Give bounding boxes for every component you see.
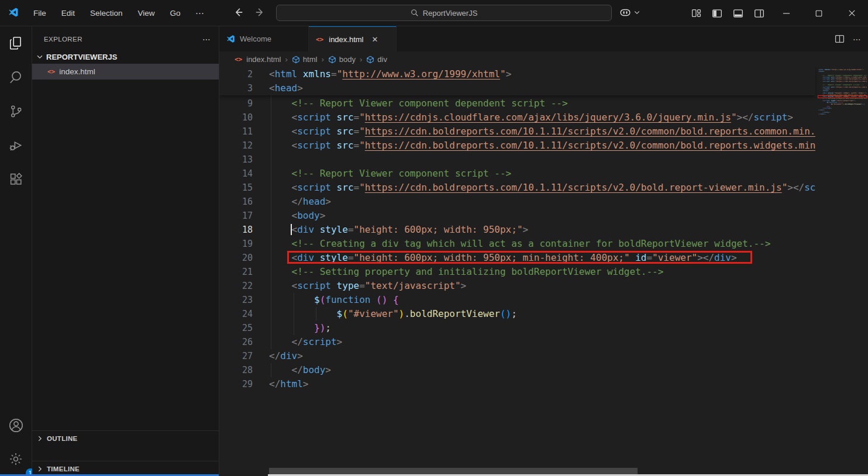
- explorer-icon[interactable]: [0, 26, 32, 60]
- symbol-cube-icon: [328, 56, 336, 64]
- code-line-21[interactable]: 21<!-- Setting property and initializing…: [219, 265, 815, 279]
- symbol-cube-icon: [292, 56, 300, 64]
- explorer-title: EXPLORER: [44, 36, 82, 43]
- line-number: 13: [219, 153, 253, 167]
- breadcrumb-separator: ›: [360, 55, 362, 64]
- code-line-24[interactable]: 24$("#viewer").boldReportViewer();: [219, 307, 815, 321]
- html-file-icon: <>: [47, 68, 55, 75]
- forward-arrow-icon[interactable]: [254, 6, 266, 18]
- menu-view[interactable]: View: [130, 0, 163, 26]
- accounts-icon[interactable]: [0, 408, 32, 442]
- code-editor[interactable]: 89<!-- Report Viewer component dependent…: [219, 67, 868, 476]
- breadcrumb-file[interactable]: <> index.html: [235, 55, 281, 64]
- minimize-icon[interactable]: [770, 0, 802, 26]
- split-editor-icon[interactable]: [835, 34, 845, 44]
- sticky-scroll[interactable]: 2<html xmlns="http://www.w3.org/1999/xht…: [219, 67, 815, 95]
- code-line-9[interactable]: 9<!-- Report Viewer component dependent …: [219, 96, 815, 111]
- code-line-19[interactable]: 19<!-- Creating a div tag which will act…: [219, 237, 815, 251]
- minimap-line: <html xmlns="http://www.w3.org/1999/xhtm…: [818, 69, 867, 71]
- line-number: 26: [219, 335, 253, 349]
- copilot-icon[interactable]: [619, 6, 640, 19]
- customize-layout-icon[interactable]: [686, 0, 707, 26]
- line-number: 9: [219, 96, 253, 111]
- chevron-down-icon: [36, 53, 44, 61]
- line-number: 16: [219, 195, 253, 209]
- search-placeholder: ReportViewerJS: [423, 9, 478, 18]
- line-number: 25: [219, 321, 253, 335]
- code-line-23[interactable]: 23$(function () {: [219, 293, 815, 307]
- line-number: 27: [219, 349, 253, 363]
- toggle-primary-sidebar-icon[interactable]: [707, 0, 728, 26]
- code-line-18[interactable]: 18<div style="height: 600px; width: 950p…: [219, 223, 815, 237]
- code-line-17[interactable]: 17<body>: [219, 209, 815, 223]
- close-icon[interactable]: [835, 0, 868, 26]
- menu-selection[interactable]: Selection: [82, 0, 130, 26]
- folder-reportviewerjs[interactable]: REPORTVIEWERJS: [32, 50, 219, 64]
- more-actions-icon[interactable]: ⋯: [853, 35, 862, 44]
- line-number: 28: [219, 363, 253, 377]
- breadcrumb-separator: ›: [321, 55, 323, 64]
- code-line-22[interactable]: 22<script type="text/javascript">: [219, 279, 815, 293]
- code-line-20[interactable]: 20<div style="height: 600px; width: 950p…: [219, 251, 815, 265]
- chevron-right-icon: [36, 465, 44, 473]
- editor-group: Welcome <> index.html ✕ ⋯ <> index.html …: [219, 26, 868, 476]
- line-number: 2: [219, 67, 253, 81]
- html-file-icon: <>: [316, 36, 323, 43]
- line-number: 29: [219, 377, 253, 391]
- line-number: 12: [219, 139, 253, 153]
- breadcrumb-div[interactable]: div: [366, 55, 387, 64]
- menu-edit[interactable]: Edit: [54, 0, 82, 26]
- explorer-more-actions-icon[interactable]: ⋯: [202, 35, 212, 44]
- code-lines[interactable]: 89<!-- Report Viewer component dependent…: [219, 89, 815, 476]
- tab-index-html[interactable]: <> index.html ✕: [309, 26, 397, 51]
- back-arrow-icon[interactable]: [233, 6, 244, 18]
- explorer-sidebar: EXPLORER ⋯ REPORTVIEWERJS <> index.html …: [32, 26, 219, 476]
- outline-section[interactable]: OUTLINE: [32, 430, 219, 446]
- line-number: 3: [219, 81, 253, 95]
- maximize-icon[interactable]: [802, 0, 835, 26]
- code-line-3[interactable]: 3<head>: [219, 81, 815, 95]
- file-index-html[interactable]: <> index.html: [32, 64, 219, 80]
- tab-welcome[interactable]: Welcome: [219, 26, 309, 51]
- breadcrumb-html[interactable]: html: [292, 55, 318, 64]
- menu-more-icon[interactable]: ⋯: [188, 8, 212, 19]
- search-sidebar-icon[interactable]: [0, 60, 32, 94]
- line-number: 21: [219, 265, 253, 279]
- breadcrumb-separator: ›: [285, 55, 288, 64]
- settings-gear-icon[interactable]: 1: [0, 442, 32, 476]
- line-number: 11: [219, 125, 253, 139]
- code-line-16[interactable]: 16</head>: [219, 195, 815, 209]
- title-bar: File Edit Selection View Go ⋯ ReportView…: [0, 0, 868, 26]
- line-number: 10: [219, 111, 253, 125]
- chevron-down-icon: [633, 9, 640, 16]
- code-line-11[interactable]: 11<script src="https://cdn.boldreports.c…: [219, 125, 815, 139]
- title-bar-controls: [686, 0, 868, 26]
- extensions-icon[interactable]: [0, 162, 32, 196]
- code-line-15[interactable]: 15<script src="https://cdn.boldreports.c…: [219, 181, 815, 195]
- breadcrumb-body[interactable]: body: [328, 55, 356, 64]
- code-line-2[interactable]: 2<html xmlns="http://www.w3.org/1999/xht…: [219, 67, 815, 81]
- minimap[interactable]: <html xmlns="http://www.w3.org/1999/xhtm…: [815, 67, 868, 476]
- toggle-panel-icon[interactable]: [728, 0, 749, 26]
- line-number: 23: [219, 293, 253, 307]
- code-line-10[interactable]: 10<script src="https://cdnjs.cloudflare.…: [219, 111, 815, 125]
- code-line-25[interactable]: 25});: [219, 321, 815, 335]
- toggle-secondary-sidebar-icon[interactable]: [749, 0, 770, 26]
- line-number: 15: [219, 181, 253, 195]
- code-line-27[interactable]: 27</div>: [219, 349, 815, 363]
- line-number: 17: [219, 209, 253, 223]
- command-center-search[interactable]: ReportViewerJS: [276, 5, 612, 21]
- code-line-12[interactable]: 12<script src="https://cdn.boldreports.c…: [219, 139, 815, 153]
- activity-bar: 1: [0, 26, 32, 476]
- code-line-28[interactable]: 28</body>: [219, 363, 815, 377]
- menu-go[interactable]: Go: [163, 0, 188, 26]
- run-debug-icon[interactable]: [0, 128, 32, 162]
- tab-close-icon[interactable]: ✕: [372, 35, 378, 44]
- code-line-13[interactable]: 13: [219, 153, 815, 167]
- code-line-14[interactable]: 14<!-- Report Viewer component script --…: [219, 167, 815, 181]
- code-line-29[interactable]: 29</html>: [219, 377, 815, 391]
- source-control-icon[interactable]: [0, 94, 32, 128]
- line-number: 19: [219, 237, 253, 251]
- code-line-26[interactable]: 26</script>: [219, 335, 815, 349]
- menu-file[interactable]: File: [26, 0, 54, 26]
